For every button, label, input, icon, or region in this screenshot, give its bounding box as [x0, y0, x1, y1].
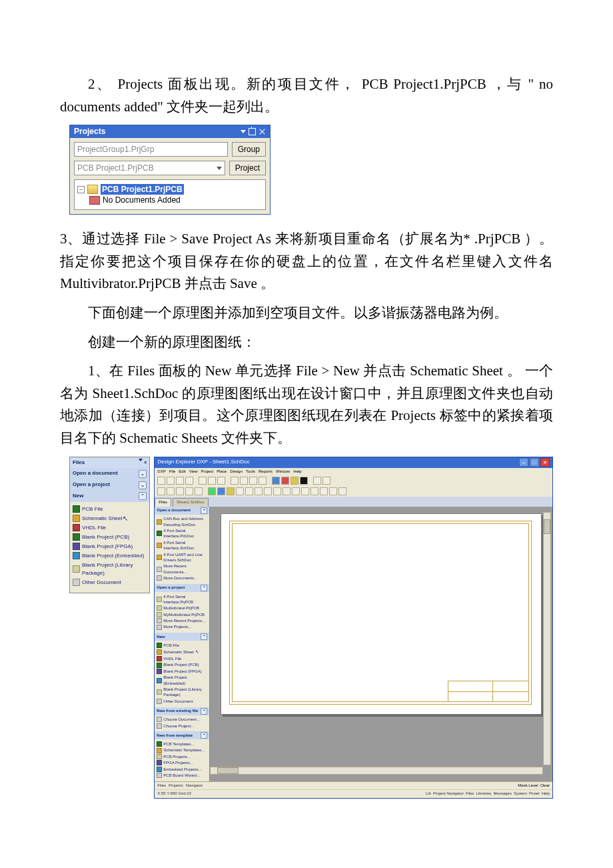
list-item[interactable]: Blank Project (FPGA): [157, 668, 207, 674]
list-item[interactable]: Choose Project...: [157, 723, 207, 729]
menu-help[interactable]: Help: [293, 469, 301, 475]
toolbar-button[interactable]: [240, 477, 248, 485]
list-item[interactable]: More Recent Projects...: [157, 618, 207, 624]
list-item[interactable]: PCB Templates...: [157, 741, 207, 747]
panel-tab-navigator[interactable]: Navigator: [186, 783, 203, 789]
tab-sheet[interactable]: Sheet1.SchDoc: [173, 498, 209, 507]
file-new-schematic[interactable]: Schematic Sheet ↖: [73, 514, 147, 523]
toolbar-button[interactable]: [291, 477, 299, 485]
list-item[interactable]: Blank Project (PCB): [157, 662, 207, 668]
list-item[interactable]: PCB Projects...: [157, 753, 207, 759]
file-new-blank-pcb[interactable]: Blank Project (PCB): [73, 533, 147, 542]
list-item[interactable]: Embedded Projects...: [157, 766, 207, 772]
list-item[interactable]: More Recent Documents...: [157, 563, 207, 575]
panel-menu-icon[interactable]: [139, 459, 143, 461]
section-new[interactable]: New ⌃: [70, 491, 149, 502]
toolbar-button[interactable]: [157, 477, 165, 485]
mask-level-link[interactable]: Mask Level: [518, 783, 538, 789]
side-new[interactable]: New ⌃: [155, 633, 209, 641]
clear-link[interactable]: Clear: [540, 783, 550, 789]
toolbar-button[interactable]: [195, 487, 203, 495]
list-item[interactable]: More Documents...: [157, 575, 207, 581]
menu-window[interactable]: Window: [276, 469, 290, 475]
close-icon[interactable]: [259, 128, 266, 135]
file-new-vhdl[interactable]: VHDL File: [73, 523, 147, 533]
toolbar-button[interactable]: [231, 477, 239, 485]
status-link[interactable]: Messages: [494, 791, 512, 797]
list-item[interactable]: 4 Port Serial Interface.PcbDoc: [157, 528, 207, 540]
list-item[interactable]: Blank Project (Library Package): [157, 687, 207, 699]
side-open-project[interactable]: Open a project ⌃: [155, 584, 209, 592]
project-dropdown[interactable]: PCB Project1.PrjPCB: [74, 161, 225, 175]
toolbar-button[interactable]: [301, 487, 309, 495]
file-new-blank-embedded[interactable]: Blank Project (Embedded): [73, 551, 147, 561]
scrollbar-thumb[interactable]: [544, 519, 550, 534]
scrollbar-thumb[interactable]: [217, 767, 239, 774]
minimize-icon[interactable]: –: [519, 458, 528, 467]
menu-edit[interactable]: Edit: [179, 469, 185, 475]
list-item[interactable]: VHDL File: [157, 656, 207, 662]
toolbar-button[interactable]: [300, 477, 308, 485]
toolbar-button[interactable]: [281, 477, 289, 485]
toolbar-button[interactable]: [310, 487, 318, 495]
toolbar-button[interactable]: [167, 487, 175, 495]
toolbar-button[interactable]: [208, 477, 216, 485]
list-item[interactable]: Schematic Sheet↖: [157, 649, 207, 656]
list-item[interactable]: More Projects...: [157, 624, 207, 630]
list-item[interactable]: FPGA Projects...: [157, 760, 207, 766]
toolbar-button[interactable]: [217, 477, 225, 485]
toolbar-button[interactable]: [320, 487, 328, 495]
section-open-project[interactable]: Open a project ⌄: [70, 479, 149, 491]
tree-collapse-icon[interactable]: –: [77, 186, 85, 193]
status-link[interactable]: Project Navigator: [433, 791, 464, 797]
toolbar-button[interactable]: [176, 487, 184, 495]
schematic-sheet[interactable]: [221, 513, 542, 715]
list-item[interactable]: 4 Port UART and Line Drivers.SchDoc: [157, 551, 207, 563]
list-item[interactable]: Other Document: [157, 698, 207, 704]
list-item[interactable]: Choose Document...: [157, 717, 207, 723]
scrollbar-vertical[interactable]: [543, 512, 551, 765]
menu-reports[interactable]: Reports: [259, 469, 273, 475]
scrollbar-horizontal[interactable]: [210, 767, 543, 775]
panel-tab-files[interactable]: Files: [157, 783, 166, 789]
toolbar-button[interactable]: [264, 487, 272, 495]
toolbar-button[interactable]: [157, 487, 165, 495]
list-item[interactable]: MyMultivibrator.PrjPCB: [157, 611, 207, 617]
toolbar-button[interactable]: [292, 487, 300, 495]
side-new-existing[interactable]: New from existing file ⌃: [155, 707, 209, 715]
toolbar-button[interactable]: [217, 487, 225, 495]
status-link[interactable]: System: [514, 791, 527, 797]
menu-place[interactable]: Place: [217, 469, 227, 475]
tree-no-docs-row[interactable]: No Documents Added: [77, 195, 263, 205]
list-item[interactable]: PCB Board Wizard...: [157, 772, 207, 778]
toolbar-button[interactable]: [176, 477, 184, 485]
status-link[interactable]: Libraries: [476, 791, 492, 797]
toolbar-button[interactable]: [208, 487, 216, 495]
toolbar-button[interactable]: [283, 487, 291, 495]
list-item[interactable]: Blank Project (Embedded): [157, 675, 207, 687]
toolbar-button[interactable]: [272, 477, 280, 485]
toolbar-button[interactable]: [249, 477, 257, 485]
file-new-blank-library[interactable]: Blank Project (Library Package): [73, 561, 147, 578]
menu-dxp[interactable]: DXP: [157, 469, 165, 475]
maximize-icon[interactable]: □: [530, 458, 539, 467]
toolbar-button[interactable]: [245, 487, 253, 495]
project-button[interactable]: Project: [229, 161, 266, 175]
file-new-blank-fpga[interactable]: Blank Project (FPGA): [73, 542, 147, 551]
toolbar-button[interactable]: [167, 477, 175, 485]
close-icon[interactable]: ×: [540, 458, 550, 467]
menu-design[interactable]: Design: [230, 469, 243, 475]
toolbar-button[interactable]: [185, 487, 193, 495]
list-item[interactable]: Multivibrator.PrjPCB: [157, 605, 207, 611]
side-new-template[interactable]: New from template ⌃: [155, 731, 209, 739]
status-link[interactable]: Protel: [529, 791, 540, 797]
list-item[interactable]: PCB File: [157, 642, 207, 648]
toolbar-button[interactable]: [338, 487, 346, 495]
toolbar-button[interactable]: [236, 487, 244, 495]
close-icon[interactable]: ×: [144, 459, 147, 466]
list-item[interactable]: Schematic Templates...: [157, 747, 207, 753]
menu-project[interactable]: Project: [201, 469, 214, 475]
list-item[interactable]: 4 Port Serial Interface.SchDoc: [157, 539, 207, 551]
toolbar-button[interactable]: [322, 477, 330, 485]
side-open-document[interactable]: Open a document ⌃: [155, 507, 209, 515]
